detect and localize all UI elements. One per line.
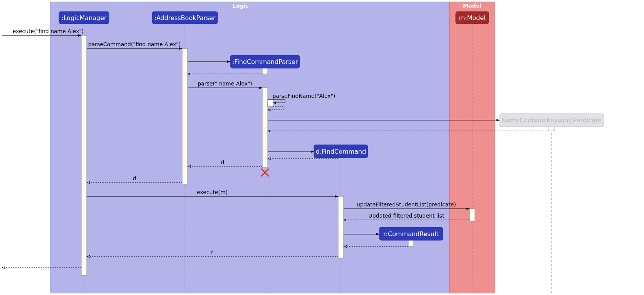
frame-logic-label: Logic <box>233 3 249 9</box>
activation-parser <box>182 49 188 184</box>
sequence-diagram: Logic Model :LogicManager :AddressBookPa… <box>0 0 644 295</box>
msg-parse-command-label: parseCommand("find name Alex") <box>88 41 181 47</box>
activation-logic-manager <box>81 35 87 275</box>
activation-model <box>470 209 475 221</box>
head-command-result-label: r:CommandResult <box>383 230 438 238</box>
msg-update-list-label: updateFilteredStudentList(predicate) <box>357 201 456 208</box>
return-d-to-lm-label: d <box>133 175 136 181</box>
head-find-command-label: d:FindCommand <box>316 148 366 155</box>
head-logic-manager-label: :LogicManager <box>61 14 107 22</box>
activation-find-cmd-exec <box>338 196 344 258</box>
msg-execute-find-label: execute("find name Alex") <box>13 28 84 34</box>
return-r-to-lm-label: r <box>211 249 213 255</box>
return-update-list-label: Updated filtered student list <box>369 213 444 219</box>
frame-model-label: Model <box>463 3 481 9</box>
activation-find-parser-parse <box>262 88 268 168</box>
head-find-parser-label: :FindCommandParser <box>232 58 298 65</box>
return-d-to-parser-label: d <box>221 159 225 165</box>
msg-execute-m-label: execute(m) <box>197 189 228 195</box>
activation-find-parser-nested <box>268 99 273 106</box>
msg-parse-label: parse(" name Alex") <box>198 80 252 87</box>
head-model-label: m:Model <box>459 14 485 22</box>
head-predicate-label: NameContainsKeywordPredicate <box>501 117 602 124</box>
msg-parse-find-name-label: parseFindName("Alex") <box>272 93 335 99</box>
head-parser-label: :AddressBookParser <box>154 14 216 22</box>
